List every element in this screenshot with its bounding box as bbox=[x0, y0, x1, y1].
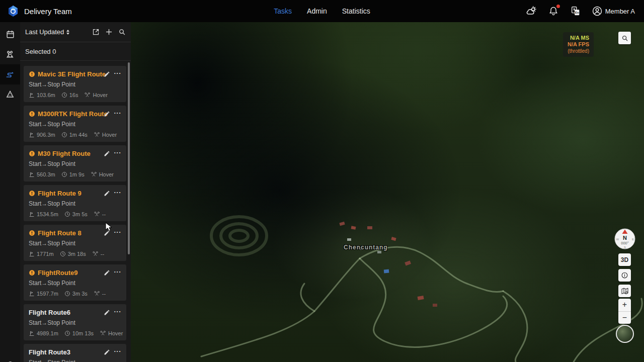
route-card[interactable]: Flight Route6···Start→Stop Point4989.1m1… bbox=[24, 304, 126, 340]
edit-route-button[interactable] bbox=[104, 111, 110, 117]
warning-icon bbox=[29, 71, 35, 77]
edit-route-button[interactable] bbox=[104, 71, 110, 77]
route-endpoints: Start→Stop Point bbox=[29, 121, 121, 128]
compass-control[interactable]: W E S N 000° bbox=[614, 228, 636, 250]
zoom-in-button[interactable]: + bbox=[618, 299, 631, 312]
lost-action: -- bbox=[92, 250, 104, 257]
rail-tasks-icon[interactable] bbox=[0, 24, 20, 44]
header-right: En Member A bbox=[525, 5, 644, 17]
rail-globe-icon[interactable] bbox=[0, 355, 20, 362]
more-options-button[interactable]: ··· bbox=[114, 109, 122, 117]
stream-telemetry: N/A MS N/A FPS (throttled) bbox=[563, 32, 594, 57]
route-length: 103.6m bbox=[29, 92, 55, 98]
weather-icon[interactable] bbox=[525, 5, 537, 17]
route-endpoints: Start→Stop Point bbox=[29, 81, 121, 88]
route-title: M30 Flight Route bbox=[38, 150, 91, 157]
route-card[interactable]: Flight Route 8···Start→Stop Point1771m3m… bbox=[24, 225, 126, 261]
route-endpoints: Start→Stop Point bbox=[29, 359, 121, 362]
lost-action: Hover bbox=[91, 171, 114, 177]
route-card[interactable]: Mavic 3E Flight Route···Start→Stop Point… bbox=[24, 66, 126, 102]
route-duration: 3m 3s bbox=[64, 291, 88, 297]
panel-scrollbar[interactable] bbox=[128, 62, 130, 254]
route-duration: 1m 9s bbox=[61, 171, 85, 177]
add-route-icon[interactable] bbox=[105, 28, 113, 36]
edit-route-button[interactable] bbox=[104, 349, 110, 355]
route-card[interactable]: M300RTK Flight Route···Start→Stop Point9… bbox=[24, 106, 126, 142]
more-options-button[interactable]: ··· bbox=[114, 69, 122, 77]
route-length: 560.3m bbox=[29, 171, 55, 177]
route-length: 4989.1m bbox=[29, 330, 58, 336]
more-options-button[interactable]: ··· bbox=[114, 268, 122, 276]
duration-icon bbox=[61, 132, 67, 138]
user-menu[interactable]: Member A bbox=[592, 6, 635, 17]
map-search-button[interactable] bbox=[618, 32, 631, 44]
warning-icon bbox=[29, 111, 35, 117]
route-title: M300RTK Flight Route bbox=[38, 110, 108, 118]
avatar-icon bbox=[592, 6, 603, 17]
nav-admin[interactable]: Admin bbox=[307, 7, 327, 15]
warning-icon bbox=[29, 150, 35, 157]
top-header: Delivery Team Tasks Admin Statistics bbox=[0, 0, 644, 22]
route-card[interactable]: M30 Flight Route···Start→Stop Point560.3… bbox=[24, 145, 126, 182]
nav-tasks[interactable]: Tasks bbox=[274, 7, 292, 15]
sort-selector[interactable]: Last Updated bbox=[25, 28, 69, 36]
edit-route-button[interactable] bbox=[104, 150, 110, 157]
more-options-button[interactable]: ··· bbox=[114, 347, 122, 355]
route-endpoints: Start→Stop Point bbox=[29, 280, 121, 287]
duration-icon bbox=[64, 291, 70, 297]
panel-header: Last Updated bbox=[20, 22, 131, 42]
drone-icon bbox=[92, 250, 99, 257]
import-route-icon[interactable] bbox=[92, 28, 100, 36]
telemetry-ms: N/A MS bbox=[568, 35, 589, 41]
route-duration: 16s bbox=[61, 92, 78, 98]
length-icon bbox=[29, 330, 35, 336]
warning-icon bbox=[29, 190, 35, 197]
route-card[interactable]: Flight Route3···Start→Stop Point bbox=[24, 344, 126, 362]
map-layers-button[interactable] bbox=[618, 285, 631, 297]
length-icon bbox=[29, 171, 35, 177]
warning-icon bbox=[29, 269, 35, 276]
map-view[interactable]: Chencuntang N/A MS N/A FPS (throttled) W… bbox=[131, 22, 644, 362]
rail-devices-icon[interactable] bbox=[0, 44, 20, 64]
app-logo-icon bbox=[7, 5, 19, 17]
zoom-control: + − bbox=[618, 299, 631, 324]
compass-heading: 000° bbox=[621, 241, 629, 245]
more-options-button[interactable]: ··· bbox=[114, 308, 122, 315]
basemap-globe-button[interactable] bbox=[616, 325, 634, 343]
rail-flight-areas-icon[interactable] bbox=[0, 84, 20, 105]
edit-route-button[interactable] bbox=[104, 190, 110, 197]
route-card[interactable]: Flight Route 9···Start→Stop Point1534.5m… bbox=[24, 185, 126, 221]
more-options-button[interactable]: ··· bbox=[114, 228, 122, 236]
route-title: Flight Route 9 bbox=[38, 190, 82, 197]
search-routes-icon[interactable] bbox=[118, 28, 126, 36]
compass-n: N bbox=[623, 235, 627, 241]
sort-direction-icon bbox=[66, 30, 69, 35]
map-decorations bbox=[131, 22, 644, 362]
nav-statistics[interactable]: Statistics bbox=[342, 7, 370, 15]
route-length: 1597.7m bbox=[29, 291, 58, 297]
svg-text:En: En bbox=[575, 11, 579, 14]
telemetry-fps: N/A FPS bbox=[568, 41, 589, 48]
drone-icon bbox=[84, 92, 91, 98]
edit-route-button[interactable] bbox=[104, 269, 110, 276]
notification-badge bbox=[556, 5, 560, 8]
zoom-out-button[interactable]: − bbox=[618, 312, 631, 324]
map-3d-toggle-button[interactable]: 3D bbox=[618, 253, 631, 266]
rail-flight-routes-icon[interactable] bbox=[0, 64, 20, 84]
notifications-bell-icon[interactable] bbox=[547, 5, 559, 17]
edit-route-button[interactable] bbox=[104, 230, 110, 236]
more-options-button[interactable]: ··· bbox=[114, 189, 122, 196]
drone-icon bbox=[94, 211, 100, 217]
route-card[interactable]: FlightRoute9···Start→Stop Point1597.7m3m… bbox=[24, 264, 126, 301]
more-options-button[interactable]: ··· bbox=[114, 149, 122, 156]
drone-icon bbox=[91, 171, 97, 177]
length-icon bbox=[29, 92, 35, 98]
language-switch-icon[interactable]: En bbox=[570, 5, 582, 17]
route-duration: 1m 44s bbox=[61, 132, 88, 138]
compass-w: W bbox=[616, 238, 619, 241]
edit-route-button[interactable] bbox=[104, 309, 110, 316]
map-info-button[interactable] bbox=[618, 269, 631, 282]
compass-s: S bbox=[624, 246, 626, 249]
lost-action: -- bbox=[94, 290, 106, 297]
main-nav: Tasks Admin Statistics bbox=[274, 7, 370, 15]
